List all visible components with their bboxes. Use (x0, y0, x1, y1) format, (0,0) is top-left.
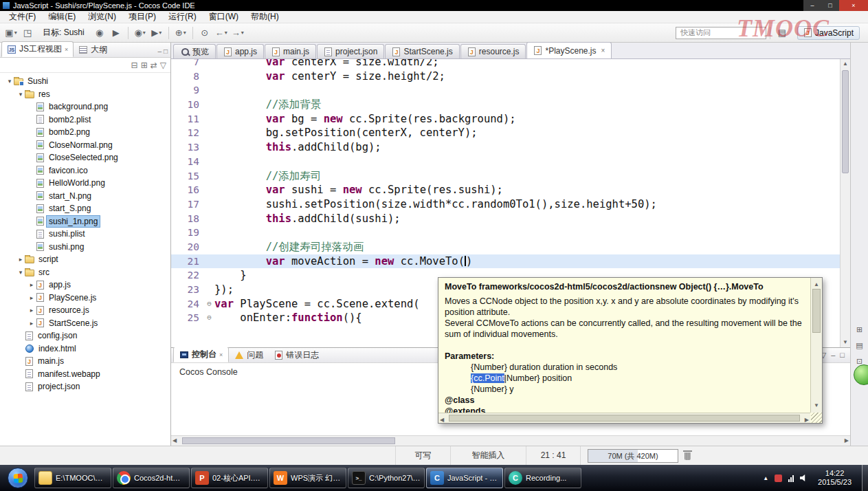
window-titlebar[interactable]: JavaScript - Sushi/src/PlayScene.js - Co… (0, 0, 868, 11)
run-garbage-collector-button[interactable] (683, 450, 692, 461)
scroll-right-icon[interactable]: ▶ (845, 437, 849, 444)
collapse-all-icon[interactable]: ⊟ (131, 61, 138, 70)
tree-expand-arrow[interactable]: ▸ (27, 307, 36, 314)
scroll-left-icon[interactable]: ◀ (440, 415, 444, 424)
maximize-panel-icon[interactable]: □ (840, 351, 845, 360)
new-wizard-icon[interactable]: ▣ (3, 25, 19, 41)
tree-item-HelloWorld.png[interactable]: HelloWorld.png (0, 177, 170, 190)
tree-item-bomb2.plist[interactable]: bomb2.plist (0, 113, 170, 127)
taskbar-button-powerpoint[interactable]: 02-核心API.ppt... (191, 468, 268, 488)
editor-tab-预览[interactable]: 预览 (173, 44, 216, 58)
tree-expand-arrow[interactable]: ▸ (16, 256, 25, 263)
code-line-7[interactable]: 7 var centerX = size.width/2; (171, 59, 840, 69)
tree-item-project.json[interactable]: project.json (0, 380, 170, 393)
scroll-right-icon[interactable]: ▶ (805, 415, 809, 424)
tree-item-bomb2.png[interactable]: bomb2.png (0, 126, 170, 139)
code-line-17[interactable]: 17 sushi.setPosition(size.width*cc.rando… (171, 197, 840, 212)
tree-item-start_S.png[interactable]: start_S.png (0, 202, 170, 215)
taskbar-button-explorer[interactable]: E:\TMOOC\Co... (34, 468, 111, 488)
tray-expand-icon[interactable]: ▲ (763, 475, 768, 481)
tooltip-hscroll-thumb[interactable] (449, 415, 800, 422)
close-tab-icon[interactable]: × (219, 351, 223, 358)
scroll-up-icon[interactable]: ▲ (843, 59, 848, 69)
tree-expand-arrow[interactable]: ▸ (27, 320, 36, 327)
code-line-10[interactable]: 10 //添加背景 (171, 98, 840, 112)
taskbar-button-camtasia[interactable]: Recording... (504, 468, 581, 488)
tree-item-script[interactable]: ▸script (0, 253, 170, 266)
console-tab-errorlog[interactable]: 错误日志 (269, 348, 324, 362)
menu-item[interactable]: 文件(F) (3, 11, 42, 23)
tree-item-CloseSelected.png[interactable]: CloseSelected.png (0, 151, 170, 164)
volume-icon[interactable] (800, 474, 808, 481)
minimize-view-icon[interactable]: – (157, 47, 162, 55)
editor-tab-resource.js[interactable]: resource.js (460, 44, 526, 58)
editor-tab-project.json[interactable]: project.json (317, 44, 384, 58)
link-with-editor-icon[interactable]: ⇄ (151, 61, 157, 70)
recorder-overlay-button[interactable] (854, 364, 868, 385)
tree-item-index.html[interactable]: index.html (0, 342, 170, 356)
tree-item-src[interactable]: ▾src (0, 266, 170, 279)
editor-tab-PlayScene.js[interactable]: *PlayScene.js× (526, 42, 612, 58)
console-tab-problems[interactable]: 问题 (229, 348, 269, 362)
tree-item-config.json[interactable]: config.json (0, 329, 170, 342)
code-line-15[interactable]: 15 //添加寿司 (171, 169, 840, 184)
forward-icon[interactable]: → (230, 25, 245, 41)
show-desktop-button[interactable] (862, 465, 868, 491)
tree-item-Sushi[interactable]: ▾Sushi (0, 75, 170, 88)
tree-item-app.js[interactable]: ▸app.js (0, 279, 170, 292)
cocos-debug-icon[interactable]: ◉ (92, 25, 107, 41)
view-menu-icon[interactable]: ▽ (160, 61, 166, 70)
scroll-left-icon[interactable]: ◀ (173, 437, 177, 444)
tooltip-vertical-scrollbar[interactable]: ▲ ▼ (810, 278, 822, 413)
menu-item[interactable]: 帮助(H) (245, 11, 285, 23)
editor-tab-StartScene.js[interactable]: StartScene.js (385, 44, 459, 58)
tree-item-PlayScene.js[interactable]: ▸PlayScene.js (0, 292, 170, 305)
tree-item-background.png[interactable]: background.png (0, 100, 170, 113)
minimize-panel-icon[interactable]: – (831, 351, 835, 360)
code-line-21[interactable]: 21 var moveAction = new cc.MoveTo() (171, 254, 840, 269)
tree-item-sushi.plist[interactable]: sushi.plist (0, 228, 170, 241)
expand-all-icon[interactable]: ⊞ (141, 61, 148, 70)
menu-item[interactable]: 窗口(W) (203, 11, 245, 23)
code-line-8[interactable]: 8 var centerY = size.height/2; (171, 69, 840, 84)
tree-item-main.js[interactable]: main.js (0, 355, 170, 368)
maximize-view-icon[interactable]: □ (164, 47, 168, 55)
code-line-13[interactable]: 13 this.addChild(bg); (171, 140, 840, 155)
run-config-icon[interactable]: ▶ (149, 25, 164, 41)
taskbar-clock[interactable]: 14:22 2015/5/23 (814, 469, 856, 487)
tree-expand-arrow[interactable]: ▸ (27, 281, 36, 288)
tree-item-manifest.webapp[interactable]: manifest.webapp (0, 368, 170, 381)
editor-tab-app.js[interactable]: app.js (216, 44, 264, 58)
taskbar-button-wps[interactable]: WPS演示 幻灯... (269, 468, 346, 488)
minimize-button[interactable]: – (803, 0, 821, 11)
tree-item-sushi_1n.png[interactable]: sushi_1n.png (0, 215, 170, 228)
network-icon[interactable] (788, 474, 794, 482)
taskbar-button-chrome[interactable]: Cocos2d-html5... (113, 468, 190, 488)
tree-item-CloseNormal.png[interactable]: CloseNormal.png (0, 139, 170, 152)
back-icon[interactable]: ← (214, 25, 229, 41)
start-button[interactable] (8, 468, 28, 488)
search-icon[interactable]: ⊙ (197, 25, 212, 41)
vertical-scrollbar-thumb[interactable] (842, 70, 849, 173)
console-tab-console[interactable]: 控制台× (173, 347, 229, 362)
tree-item-res[interactable]: ▾res (0, 88, 170, 101)
tooltip-horizontal-scrollbar[interactable]: ◀ ▶ (438, 413, 810, 423)
console-horizontal-scrollbar[interactable]: ◀ ▶ (171, 435, 850, 446)
tray-app-icon[interactable] (775, 474, 782, 482)
code-line-19[interactable]: 19 (171, 226, 840, 240)
code-line-14[interactable]: 14 (171, 155, 840, 169)
tree-expand-arrow[interactable]: ▾ (16, 91, 25, 98)
horizontal-scrollbar-thumb[interactable] (182, 437, 395, 444)
tree-item-sushi.png[interactable]: sushi.png (0, 241, 170, 254)
menu-item[interactable]: 项目(P) (122, 11, 162, 23)
sidebar-tab[interactable]: 大纲 (74, 43, 112, 57)
maximize-button[interactable]: □ (821, 0, 839, 11)
code-line-20[interactable]: 20 //创建寿司掉落动画 (171, 240, 840, 254)
quick-access-input[interactable]: 快速访问 (676, 27, 766, 39)
tree-item-StartScene.js[interactable]: ▸StartScene.js (0, 317, 170, 330)
code-line-12[interactable]: 12 bg.setPosition(centerX, centerY); (171, 126, 840, 140)
open-target-icon[interactable]: ◳ (20, 25, 35, 41)
tree-item-resource.js[interactable]: ▸resource.js (0, 304, 170, 317)
code-line-16[interactable]: 16 var sushi = new cc.Sprite(res.sushi); (171, 183, 840, 197)
menu-item[interactable]: 编辑(E) (42, 11, 82, 23)
